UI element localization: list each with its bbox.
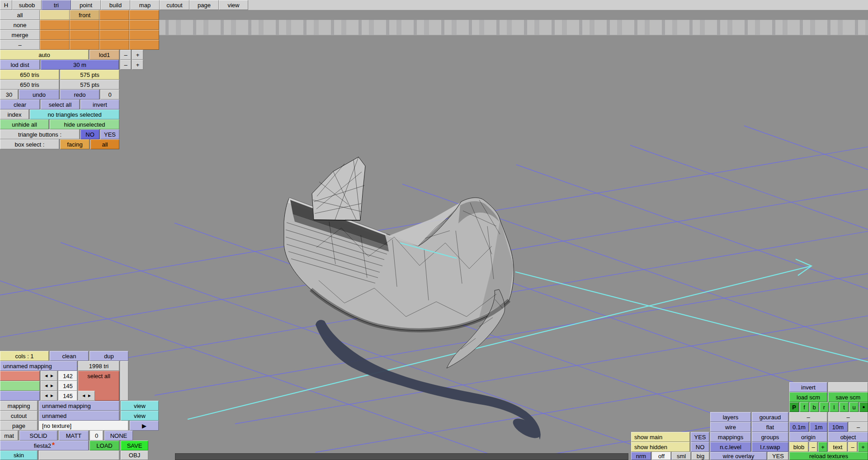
flat-button[interactable]: flat — [752, 422, 788, 432]
save-scm-button[interactable]: save scm — [828, 392, 868, 402]
dash-row-button[interactable]: – — [0, 40, 40, 50]
lod-cell[interactable] — [70, 40, 99, 50]
menu-item-map[interactable]: map — [130, 0, 160, 10]
lod-cell[interactable] — [99, 30, 129, 40]
view-preset-button-t[interactable]: t — [840, 402, 849, 412]
auto-button[interactable]: auto — [0, 50, 89, 60]
lod-minus-button[interactable]: – — [120, 50, 131, 60]
lod-dist-plus-button[interactable]: + — [132, 60, 143, 70]
clean-button[interactable]: clean — [50, 351, 89, 361]
page-texture-value[interactable]: [no texture] — [39, 421, 128, 431]
blob-minus-button[interactable]: – — [809, 442, 817, 452]
lod-cell-front[interactable]: front — [70, 10, 99, 20]
select-all-button[interactable]: select all — [41, 100, 80, 109]
show-hidden-value[interactable]: NO — [691, 442, 709, 452]
wire-overlay-button[interactable]: wire overlay — [710, 452, 767, 460]
blob-plus-button[interactable]: + — [818, 442, 827, 452]
show-main-button[interactable]: show main — [631, 432, 690, 442]
box-select-facing[interactable]: facing — [60, 139, 90, 149]
color-swatch-red[interactable] — [0, 371, 40, 381]
lod-dist-minus-button[interactable]: – — [120, 60, 131, 70]
grid-01m-button[interactable]: 0.1m — [789, 422, 809, 432]
unhide-all-button[interactable]: unhide all — [0, 119, 49, 129]
shadow-button[interactable] — [828, 382, 868, 392]
mapping-name-value[interactable]: unnamed mapping — [39, 401, 119, 411]
cols-button[interactable]: cols : 1 — [0, 351, 49, 361]
menu-item-point[interactable]: point — [71, 0, 101, 10]
nclevel-button[interactable]: n.c.level — [710, 442, 751, 452]
menu-item-subob[interactable]: subob — [12, 0, 42, 10]
text-minus-button[interactable]: – — [848, 442, 857, 452]
reload-textures-button[interactable]: reload textures — [789, 452, 868, 460]
undo-button[interactable]: undo — [19, 90, 59, 100]
show-hidden-button[interactable]: show hidden — [631, 442, 690, 452]
lod-cell[interactable] — [129, 10, 159, 20]
menu-item-tri[interactable]: tri — [42, 0, 71, 10]
lod-cell[interactable] — [99, 10, 129, 20]
groups-button[interactable]: groups — [752, 432, 788, 442]
box-select-all[interactable]: all — [90, 139, 119, 149]
triangle-buttons-no[interactable]: NO — [80, 129, 99, 139]
lod-cell[interactable] — [40, 30, 70, 40]
dash-button-1[interactable]: – — [789, 412, 827, 422]
layers-button[interactable]: layers — [710, 412, 751, 422]
group-select-arrows[interactable]: ◄ ► — [78, 391, 95, 401]
text-plus-button[interactable]: + — [858, 442, 868, 452]
menu-item-page[interactable]: page — [189, 0, 219, 10]
status-bar[interactable] — [175, 453, 628, 460]
load-scm-button[interactable]: load scm — [789, 392, 827, 402]
lod-cell[interactable] — [40, 20, 70, 30]
lrswap-button[interactable]: l.r.swap — [752, 442, 788, 452]
merge-button[interactable]: merge — [0, 30, 40, 40]
view-preset-button-dot[interactable]: ● — [859, 402, 868, 412]
lod-plus-button[interactable]: + — [132, 50, 143, 60]
cutout-view-button[interactable]: view — [121, 411, 159, 421]
view-preset-button-p[interactable]: P — [789, 402, 799, 412]
invert-view-button[interactable]: invert — [789, 382, 827, 392]
lod-cell[interactable] — [129, 40, 159, 50]
view-preset-button-l[interactable]: l — [830, 402, 839, 412]
dash-button-2[interactable]: – — [828, 412, 868, 422]
invert-button[interactable]: invert — [80, 100, 119, 109]
clear-button[interactable]: clear — [0, 100, 40, 109]
grid-1m-button[interactable]: 1m — [810, 422, 827, 432]
swatch-arrows[interactable]: ◄ ► — [41, 381, 57, 391]
select-all-rows-button[interactable]: all — [0, 10, 40, 20]
nrm-button[interactable]: nrm — [631, 452, 651, 460]
lod-cell[interactable] — [99, 20, 129, 30]
view-preset-button-u[interactable]: u — [849, 402, 859, 412]
lod-cell[interactable] — [129, 30, 159, 40]
lod1-label[interactable]: lod1 — [90, 50, 119, 60]
show-main-value[interactable]: YES — [691, 432, 709, 442]
page-next-button[interactable]: ▶ — [130, 421, 159, 431]
menu-item-view[interactable]: view — [219, 0, 248, 10]
view-preset-button-f[interactable]: f — [800, 402, 809, 412]
mappings-button[interactable]: mappings — [710, 432, 751, 442]
color-swatch-purple[interactable] — [0, 391, 40, 401]
view-preset-button-b[interactable]: b — [810, 402, 819, 412]
menu-item-cutout[interactable]: cutout — [160, 0, 189, 10]
index-button[interactable]: index — [0, 109, 29, 119]
lod-cell[interactable] — [70, 20, 99, 30]
lod-cell-active[interactable] — [40, 10, 70, 20]
viewport-3d[interactable] — [0, 10, 868, 460]
lod-cell[interactable] — [99, 40, 129, 50]
off-button[interactable]: off — [652, 452, 671, 460]
text-button[interactable]: text — [828, 442, 847, 452]
dash-button-3[interactable]: – — [849, 422, 868, 432]
lod-cell[interactable] — [40, 40, 70, 50]
select-none-button[interactable]: none — [0, 20, 40, 30]
wire-overlay-value[interactable]: YES — [768, 452, 788, 460]
sml-button[interactable]: sml — [672, 452, 691, 460]
dup-button[interactable]: dup — [90, 351, 128, 361]
obj-button[interactable]: OBJ — [121, 451, 148, 460]
wire-button[interactable]: wire — [710, 422, 751, 432]
gouraud-button[interactable]: gouraud — [752, 412, 788, 422]
cutout-name-value[interactable]: unnamed — [39, 411, 119, 421]
blob-button[interactable]: blob — [789, 442, 808, 452]
skin-button[interactable]: skin — [0, 451, 38, 460]
model-name-field[interactable]: fiesta2* — [0, 441, 89, 451]
mapping-view-button[interactable]: view — [121, 401, 159, 411]
swatch-arrows[interactable]: ◄ ► — [41, 371, 57, 381]
hide-unselected-button[interactable]: hide unselected — [50, 119, 119, 129]
